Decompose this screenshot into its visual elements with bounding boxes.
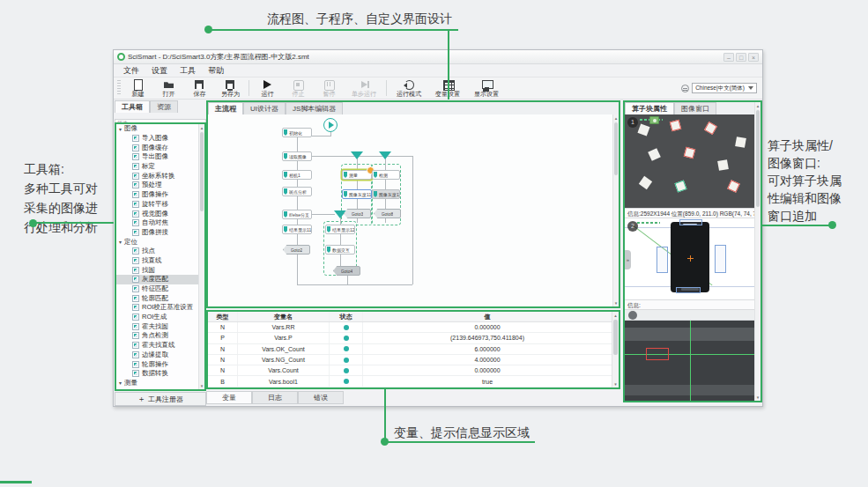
toolbox-item[interactable]: 灰度匹配 (116, 275, 198, 284)
expander-handle[interactable]: » (625, 250, 631, 269)
toolbar-button[interactable]: 运行 (252, 77, 283, 99)
toolbox-item[interactable]: 图像拼接 (116, 228, 198, 238)
toolbox-item[interactable]: 自动对焦 (116, 218, 198, 228)
toolbox-item[interactable]: 导入图像 (116, 134, 198, 144)
toolbox-scrollbar[interactable]: ▴ ▾ (198, 124, 204, 389)
toolbox-item[interactable]: 图像 (116, 124, 198, 134)
tab-toolbox[interactable]: 工具箱 (115, 100, 150, 113)
toolbox-item[interactable]: 旋转平移 (116, 200, 198, 210)
flow-canvas[interactable]: 初始化 读取图像 相机1 斑点分析 if/else分支 (208, 114, 619, 306)
menu-item[interactable]: 工具 (174, 65, 202, 77)
flow-node[interactable]: 数据交互 (325, 245, 355, 255)
scroll-down-icon[interactable]: ▾ (755, 394, 760, 401)
menu-item[interactable]: 设置 (145, 65, 174, 77)
toolbox-item[interactable]: 导出图像 (116, 152, 198, 162)
tab-resources[interactable]: 资源 (150, 100, 178, 113)
flow-scrollbar[interactable]: ▴ ▾ (612, 114, 619, 306)
minimize-button[interactable]: – (723, 53, 734, 62)
inspector-scrollbar[interactable]: ▴ ▾ (754, 102, 760, 401)
tab-operator-props[interactable]: 算子块属性 (625, 102, 674, 114)
scroll-up-icon[interactable]: ▴ (199, 124, 204, 131)
toolbox-item[interactable]: 霍夫找圆 (116, 321, 198, 331)
flow-node[interactable]: Goto4 (333, 266, 360, 276)
toolbar-grip[interactable] (117, 80, 121, 96)
scroll-down-icon[interactable]: ▾ (199, 382, 204, 389)
image-viewer-1[interactable]: 1 (625, 114, 754, 208)
toolbox-item[interactable]: 测量 (116, 379, 198, 388)
toolbar-button[interactable]: 暂停 (314, 77, 345, 99)
variable-row[interactable]: N Vars.RR 0.000000 (208, 322, 612, 333)
toolbox-item[interactable]: ROI生成 (116, 313, 198, 322)
flow-node[interactable]: 结果显示11 (282, 225, 312, 234)
tab-js-editor[interactable]: JS脚本编辑器 (286, 102, 343, 114)
flow-node[interactable]: if/else分支 (282, 210, 312, 219)
maximize-button[interactable]: □ (736, 53, 746, 62)
toolbar-button[interactable]: 新建 (122, 77, 153, 99)
toolbox-item[interactable]: 找圆 (116, 265, 198, 275)
scroll-thumb[interactable] (200, 132, 204, 211)
language-select[interactable]: Chinese|中文(简体) (692, 83, 757, 93)
toolbox-item[interactable]: 霍夫找直线 (116, 341, 198, 350)
scroll-up-icon[interactable]: ▴ (755, 102, 760, 109)
variable-row[interactable]: P Vars.P (2139.646973,750.411804) (208, 333, 612, 343)
variable-row[interactable]: N Vars.Count 0.000000 (208, 365, 612, 376)
toolbox-item[interactable]: 轮廓操作 (116, 359, 198, 369)
variable-row[interactable]: N Vars.NG_Count 4.000000 (208, 355, 612, 365)
scroll-thumb[interactable] (756, 110, 760, 207)
flow-node[interactable]: 检测 (372, 170, 400, 180)
toolbox-item[interactable]: ROI校正基准设置 (116, 303, 198, 313)
tab-variables[interactable]: 变量 (206, 391, 252, 404)
toolbox-item[interactable]: 标定 (116, 162, 198, 172)
toolbox-item[interactable]: 坐标系转换 (116, 171, 198, 181)
scroll-thumb[interactable] (614, 122, 618, 175)
toolbox-item[interactable]: 找直线 (116, 256, 198, 266)
flow-node[interactable]: 读取图像 (282, 151, 312, 161)
flow-node[interactable]: 初始化 (282, 128, 312, 137)
tool-register-button[interactable]: ＋ 工具注册器 (115, 392, 206, 406)
toolbox-item[interactable]: 轮廓匹配 (116, 293, 198, 303)
flow-node[interactable]: 斑点分析 (282, 187, 312, 196)
toolbar-button[interactable]: 另存为 (215, 77, 246, 99)
flow-node[interactable]: 测量 (342, 170, 372, 180)
variables-scrollbar[interactable]: ▴ ▾ (612, 312, 619, 387)
variable-row[interactable]: N Vars.OK_Count 6.000000 (208, 344, 612, 355)
menu-item[interactable]: 文件 (117, 65, 145, 77)
toolbar-button[interactable]: 保存 (184, 77, 215, 99)
image-viewer-3[interactable] (625, 321, 754, 401)
tab-ui-designer[interactable]: UI设计器 (243, 102, 286, 114)
toolbar-button[interactable]: 打开 (153, 77, 184, 99)
toolbar-button[interactable]: 停止 (283, 77, 314, 99)
tab-errors[interactable]: 错误 (298, 391, 344, 404)
menu-item[interactable]: 帮助 (202, 65, 230, 77)
toolbar-button[interactable]: 显示设置 (467, 77, 506, 99)
tab-main-flow[interactable]: 主流程 (208, 102, 243, 114)
flow-node[interactable]: Goto2 (283, 245, 310, 255)
flow-node[interactable]: 图像灰度11 (342, 189, 372, 199)
toolbar-button[interactable]: 运行模式 (389, 77, 428, 99)
variable-row[interactable]: B Vars.bool1 true (208, 376, 612, 387)
toolbox-item[interactable]: 角点检测 (116, 331, 198, 341)
toolbox-item[interactable]: 预处理 (116, 181, 198, 190)
toolbox-item[interactable]: 找点 (116, 247, 198, 256)
tab-image-window[interactable]: 图像窗口 (674, 102, 716, 114)
image-viewer-2[interactable]: 2 » (625, 218, 754, 299)
toolbox-item[interactable]: 数据转换 (116, 369, 198, 379)
toolbox-item[interactable]: 图像操作 (116, 190, 198, 200)
toolbox-item[interactable]: 图像缓存 (116, 143, 198, 152)
flow-node[interactable] (351, 151, 363, 159)
toolbox-item[interactable]: 边缘提取 (116, 350, 198, 360)
flow-node[interactable]: 图像灰度12 (372, 189, 400, 199)
flow-node[interactable] (379, 151, 391, 159)
roi-rect[interactable] (676, 287, 701, 293)
scroll-down-icon[interactable]: ▾ (613, 299, 619, 306)
close-button[interactable]: × (748, 53, 759, 62)
toolbox-item[interactable]: 特征匹配 (116, 284, 198, 294)
flow-node[interactable]: 相机1 (282, 170, 312, 180)
flow-node[interactable]: Goto3 (344, 209, 371, 218)
scroll-down-icon[interactable]: ▾ (612, 380, 619, 387)
title-bar[interactable]: SciSmart - D:/SciSmart3.0方案/主界面流程图-中文版2.… (114, 50, 762, 64)
scroll-up-icon[interactable]: ▴ (612, 312, 619, 319)
roi-rect[interactable] (715, 245, 726, 273)
roi-rect[interactable] (679, 219, 702, 225)
tab-log[interactable]: 日志 (252, 391, 298, 404)
